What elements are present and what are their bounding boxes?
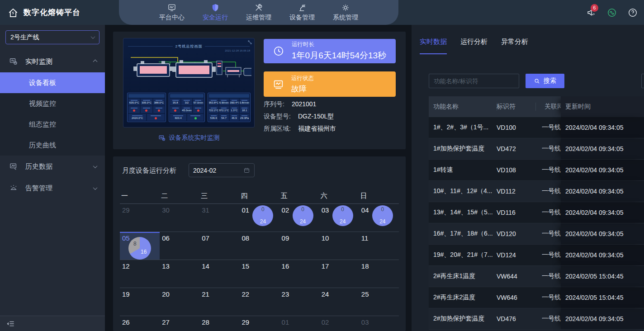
notifications-button[interactable]: 6 [586, 8, 596, 18]
sidebar: 2号生产线 实时监测 设备看板 视频监控 组态监控 [0, 25, 105, 331]
nav-item-ops-management[interactable]: 运维管理 [246, 3, 271, 22]
calendar-day-cell[interactable]: 03 [359, 316, 399, 331]
scada-value-cell: 29.3Pa [240, 114, 249, 121]
calendar-day-cell[interactable]: 24 [319, 288, 359, 316]
day-number: 02 [282, 206, 289, 214]
table-row[interactable]: 1#转速 VD108 一号线 2024/02/04 09:34:05 [429, 160, 644, 181]
table-row[interactable]: 19#、20#、21#（7... VD124 一号线 2024/02/04 09… [429, 245, 644, 266]
table-row[interactable]: 1#、2#、3#（1号... VD100 一号线 2024/02/04 09:3… [429, 117, 644, 138]
calendar-day-cell[interactable]: 21 [199, 288, 239, 316]
scada-value-cell: 603.4 [170, 114, 186, 121]
calendar-day-cell[interactable]: 18 [359, 260, 399, 288]
calendar-day-cell[interactable]: 02 [319, 316, 359, 331]
calendar-day-cell[interactable]: 12 [120, 260, 160, 288]
cell-gateway: 一号线 [535, 315, 561, 323]
runtime-pie: 8 16 [128, 237, 151, 260]
calendar-day-cell[interactable]: 04 0 24 [359, 204, 399, 232]
day-number: 28 [202, 318, 209, 326]
system-status-button[interactable] [607, 8, 617, 18]
nav-item-system-management[interactable]: 系统管理 [333, 3, 358, 22]
calendar-day-cell[interactable]: 01 0 24 [239, 204, 279, 232]
sidebar-subitem-video-monitor[interactable]: 视频监控 [0, 93, 105, 114]
calendar-day-cell[interactable]: 31 [199, 204, 239, 232]
pulse-icon [607, 8, 617, 18]
calendar-grid: 29 30 31 [120, 204, 399, 331]
calendar-day-cell[interactable]: 17 [319, 260, 359, 288]
sidebar-subitem-config-monitor[interactable]: 组态监控 [0, 114, 105, 135]
calendar-day-cell[interactable]: 08 [239, 232, 279, 260]
production-line-select[interactable]: 2号生产线 [5, 30, 99, 44]
table-row[interactable]: 2#再生床2温度 VW646 一号线 2024/02/05 15:04:45 [429, 287, 644, 308]
monitor-link-icon [158, 134, 166, 142]
table-row[interactable]: 13#、14#、15#（5... VD116 一号线 2024/02/04 09… [429, 202, 644, 223]
calendar-day-cell[interactable]: 29 [120, 204, 160, 232]
calendar-day-cell[interactable]: 29 [239, 316, 279, 331]
calendar-day-cell[interactable]: 13 [160, 260, 199, 288]
sidebar-subitem-history-curve[interactable]: 历史曲线 [0, 135, 105, 156]
weekday-label: 五 [279, 189, 319, 203]
calendar-day-cell[interactable]: 22 [239, 288, 279, 316]
runtime-pie: 0 24 [332, 205, 353, 226]
device-system-monitor-link[interactable]: 设备系统实时监测 [123, 134, 255, 142]
edge-cropped-field[interactable] [641, 74, 644, 88]
table-row[interactable]: 1#加热保护套温度 VD472 一号线 2024/02/04 09:34:05 [429, 138, 644, 160]
table-row[interactable]: 2#加热保护套温度 VD476 一号线 2024/02/04 09:34:05 [429, 308, 644, 330]
calendar-day-cell[interactable]: 26 [120, 316, 160, 331]
calendar-day-cell[interactable]: 25 [359, 288, 399, 316]
help-button[interactable] [628, 8, 638, 18]
table-row[interactable]: 2#再生床1温度 VW644 一号线 2024/02/05 15:04:45 [429, 266, 644, 287]
cell-gateway: 一号线 [535, 230, 561, 238]
scada-preview[interactable]: 2号线总控画面 2021-12-28 16:06:18 [123, 38, 255, 128]
sidebar-item-history-data[interactable]: 历史数据 [0, 156, 105, 177]
calendar-day-cell[interactable]: 28 [199, 316, 239, 331]
tab-operation-analysis[interactable]: 运行分析 [460, 38, 488, 54]
day-number: 23 [282, 290, 289, 298]
calendar-day-cell[interactable]: 06 [160, 232, 199, 260]
calendar-day-cell[interactable]: 10 [319, 232, 359, 260]
calendar-day-cell[interactable]: 11 [359, 232, 399, 260]
nav-item-device-management[interactable]: 设备管理 [289, 3, 315, 22]
calendar-day-cell[interactable]: 09 [279, 232, 319, 260]
nav-item-platform-center[interactable]: 平台中心 [159, 3, 185, 22]
tab-realtime-data[interactable]: 实时数据 [420, 38, 447, 54]
table-row[interactable]: 10#、11#、12#（4... VD112 一号线 2024/02/04 09… [429, 181, 644, 202]
sidebar-item-realtime-monitor[interactable]: 实时监测 [0, 51, 105, 72]
status-label: 运行状态 [291, 75, 314, 82]
calendar-day-cell[interactable]: 20 [160, 288, 199, 316]
status-chart-icon [273, 79, 284, 90]
sidebar-subitem-device-board[interactable]: 设备看板 [0, 72, 105, 93]
calendar-day-cell[interactable]: 23 [279, 288, 319, 316]
calendar-day-cell[interactable]: 01 [279, 316, 319, 331]
chevron-down-icon [93, 185, 98, 190]
sidebar-item-alarm-management[interactable]: 告警管理 [0, 177, 105, 199]
day-number: 30 [162, 206, 170, 214]
calendar-day-cell[interactable]: 02 0 24 [279, 204, 319, 232]
collapse-sidebar-button[interactable] [0, 316, 105, 331]
runtime-box: 运行时长 1年0月6天14时54分13秒 [264, 39, 396, 63]
tab-anomaly-analysis[interactable]: 异常分析 [501, 38, 528, 54]
month-value: 2024-02 [193, 167, 216, 174]
calendar-day-cell[interactable]: 27 [160, 316, 199, 331]
calendar-day-cell[interactable]: 05 8 16 [120, 232, 160, 260]
model-row: 设备型号:DGZ-150L型 [264, 113, 334, 121]
calendar-day-cell[interactable]: 14 [199, 260, 239, 288]
calendar-day-cell[interactable]: 19 [120, 288, 160, 316]
table-row[interactable]: 16#、17#、18#（6... VD120 一号线 2024/02/04 09… [429, 223, 644, 245]
day-number: 18 [361, 262, 369, 270]
calendar-day-cell[interactable]: 30 [160, 204, 199, 232]
calendar-day-cell[interactable]: 03 0 24 [319, 204, 359, 232]
equipment-diagram [127, 52, 251, 81]
month-picker[interactable]: 2024-02 [189, 163, 255, 177]
calendar-day-cell[interactable]: 07 [199, 232, 239, 260]
question-icon [628, 8, 638, 18]
scada-value-cell [141, 106, 152, 113]
scada-value-cell: 305.0°C [141, 99, 152, 105]
search-button[interactable]: 搜索 [526, 74, 564, 88]
search-input[interactable] [429, 74, 519, 88]
scada-value-cell: 35.8 [170, 99, 180, 105]
nav-item-safe-operation[interactable]: 安全运行 [203, 3, 228, 22]
calendar-day-cell[interactable]: 15 [239, 260, 279, 288]
cell-identifier: VD120 [497, 230, 535, 237]
calendar-day-cell[interactable]: 16 [279, 260, 319, 288]
robot-arm-icon [298, 3, 307, 12]
